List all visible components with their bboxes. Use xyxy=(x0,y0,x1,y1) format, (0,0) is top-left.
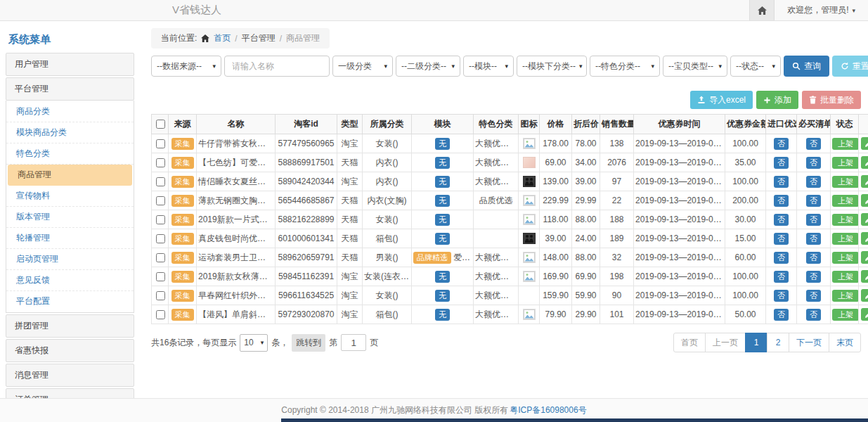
imported-toggle[interactable]: 否 xyxy=(774,271,789,283)
category-level1-select[interactable]: 一级分类▾ xyxy=(332,56,393,77)
module-badge[interactable]: 无 xyxy=(435,233,450,245)
must-buy-toggle[interactable]: 否 xyxy=(806,214,821,226)
row-checkbox[interactable] xyxy=(156,177,165,186)
sidebar-section-header[interactable]: 用户管理 xyxy=(6,53,134,76)
page-button[interactable]: 末页 xyxy=(829,333,861,352)
row-checkbox[interactable] xyxy=(156,253,165,262)
edit-button[interactable] xyxy=(861,251,868,264)
module-badge[interactable]: 无 xyxy=(435,214,450,226)
page-button[interactable]: 下一页 xyxy=(789,333,829,352)
jump-page-input[interactable] xyxy=(341,334,366,351)
jump-button[interactable]: 跳转到 xyxy=(292,334,325,352)
search-button[interactable]: 查询 xyxy=(784,56,829,77)
sidebar-section-header[interactable]: 消息管理 xyxy=(6,364,134,387)
sidebar-item[interactable]: 轮播管理 xyxy=(6,228,134,249)
item-type-select[interactable]: --宝贝类型--▾ xyxy=(663,56,727,77)
user-menu[interactable]: 欢迎您，管理员! ▾ xyxy=(775,4,868,16)
feature-category-select[interactable]: --特色分类--▾ xyxy=(590,56,660,77)
edit-button[interactable] xyxy=(861,194,868,207)
edit-button[interactable] xyxy=(861,156,868,169)
edit-button[interactable] xyxy=(861,289,868,302)
status-select[interactable]: --状态--▾ xyxy=(730,56,781,77)
module-badge[interactable]: 无 xyxy=(435,157,450,169)
status-toggle[interactable]: 上架 xyxy=(832,252,859,264)
module-badge[interactable]: 品牌精选 xyxy=(413,252,451,264)
select-all-checkbox[interactable] xyxy=(156,120,165,129)
must-buy-toggle[interactable]: 否 xyxy=(806,290,821,302)
edit-button[interactable] xyxy=(861,137,868,150)
sidebar-item[interactable]: 特色分类 xyxy=(6,143,134,165)
reset-button[interactable]: 重置 xyxy=(832,56,868,77)
status-toggle[interactable]: 上架 xyxy=(832,176,859,188)
name-search-input[interactable] xyxy=(224,56,330,77)
status-toggle[interactable]: 上架 xyxy=(832,271,859,283)
page-button[interactable]: 2 xyxy=(767,333,789,352)
sidebar-item[interactable]: 宣传物料 xyxy=(6,186,134,207)
imported-toggle[interactable]: 否 xyxy=(774,252,789,264)
must-buy-toggle[interactable]: 否 xyxy=(806,157,821,169)
sidebar-item[interactable]: 意见反馈 xyxy=(6,270,134,291)
module-badge[interactable]: 无 xyxy=(435,176,450,188)
add-button[interactable]: 添加 xyxy=(756,91,798,109)
must-buy-toggle[interactable]: 否 xyxy=(806,271,821,283)
home-button[interactable] xyxy=(749,0,775,20)
status-toggle[interactable]: 上架 xyxy=(832,309,859,321)
row-checkbox[interactable] xyxy=(156,234,165,243)
per-page-select[interactable]: 10▾ xyxy=(240,334,268,352)
sidebar-item[interactable]: 平台配置 xyxy=(6,291,134,312)
status-toggle[interactable]: 上架 xyxy=(832,138,859,150)
row-checkbox[interactable] xyxy=(156,196,165,205)
category-level2-select[interactable]: --二级分类--▾ xyxy=(396,56,460,77)
status-toggle[interactable]: 上架 xyxy=(832,214,859,226)
module-badge[interactable]: 无 xyxy=(435,271,450,283)
imported-toggle[interactable]: 否 xyxy=(774,233,789,245)
sidebar-section-header[interactable]: 省惠快报 xyxy=(6,339,134,362)
row-checkbox[interactable] xyxy=(156,272,165,281)
must-buy-toggle[interactable]: 否 xyxy=(806,233,821,245)
breadcrumb-home-link[interactable]: 首页 xyxy=(214,32,231,44)
sidebar-section-header[interactable]: 拼团管理 xyxy=(6,314,134,338)
status-toggle[interactable]: 上架 xyxy=(832,233,859,245)
sidebar-item[interactable]: 商品分类 xyxy=(6,101,134,122)
sidebar-item[interactable]: 模块商品分类 xyxy=(6,122,134,143)
sidebar-item[interactable]: 商品管理 xyxy=(8,165,132,186)
batch-delete-button[interactable]: 批量删除 xyxy=(802,91,861,109)
sidebar-item[interactable]: 启动页管理 xyxy=(6,249,134,270)
page-button[interactable]: 首页 xyxy=(673,333,706,352)
imported-toggle[interactable]: 否 xyxy=(774,195,789,207)
sidebar-item[interactable]: 版本管理 xyxy=(6,207,134,228)
status-toggle[interactable]: 上架 xyxy=(832,157,859,169)
must-buy-toggle[interactable]: 否 xyxy=(806,195,821,207)
module-badge[interactable]: 无 xyxy=(435,195,450,207)
row-checkbox[interactable] xyxy=(156,139,165,148)
sidebar-section-header[interactable]: 订单管理 xyxy=(6,388,134,398)
imported-toggle[interactable]: 否 xyxy=(774,176,789,188)
imported-toggle[interactable]: 否 xyxy=(774,309,789,321)
must-buy-toggle[interactable]: 否 xyxy=(806,252,821,264)
status-toggle[interactable]: 上架 xyxy=(832,195,859,207)
must-buy-toggle[interactable]: 否 xyxy=(806,138,821,150)
edit-button[interactable] xyxy=(861,213,868,226)
source-filter-select[interactable]: --数据来源--▾ xyxy=(151,56,221,77)
page-button[interactable]: 1 xyxy=(745,333,767,352)
sidebar-section-header[interactable]: 平台管理 xyxy=(6,77,134,101)
module-badge[interactable]: 无 xyxy=(435,138,450,150)
import-excel-button[interactable]: 导入excel xyxy=(690,91,753,109)
edit-button[interactable] xyxy=(861,270,868,283)
row-checkbox[interactable] xyxy=(156,291,165,300)
row-checkbox[interactable] xyxy=(156,158,165,167)
imported-toggle[interactable]: 否 xyxy=(774,138,789,150)
row-checkbox[interactable] xyxy=(156,215,165,224)
edit-button[interactable] xyxy=(861,308,868,321)
icp-link[interactable]: 粤ICP备16098006号 xyxy=(510,404,586,416)
module-badge[interactable]: 无 xyxy=(435,309,450,321)
page-button[interactable]: 上一页 xyxy=(705,333,746,352)
module-badge[interactable]: 无 xyxy=(435,290,450,302)
imported-toggle[interactable]: 否 xyxy=(774,214,789,226)
row-checkbox[interactable] xyxy=(156,310,165,319)
imported-toggle[interactable]: 否 xyxy=(774,290,789,302)
imported-toggle[interactable]: 否 xyxy=(774,157,789,169)
module-select[interactable]: --模块--▾ xyxy=(463,56,514,77)
must-buy-toggle[interactable]: 否 xyxy=(806,309,821,321)
status-toggle[interactable]: 上架 xyxy=(832,290,859,302)
